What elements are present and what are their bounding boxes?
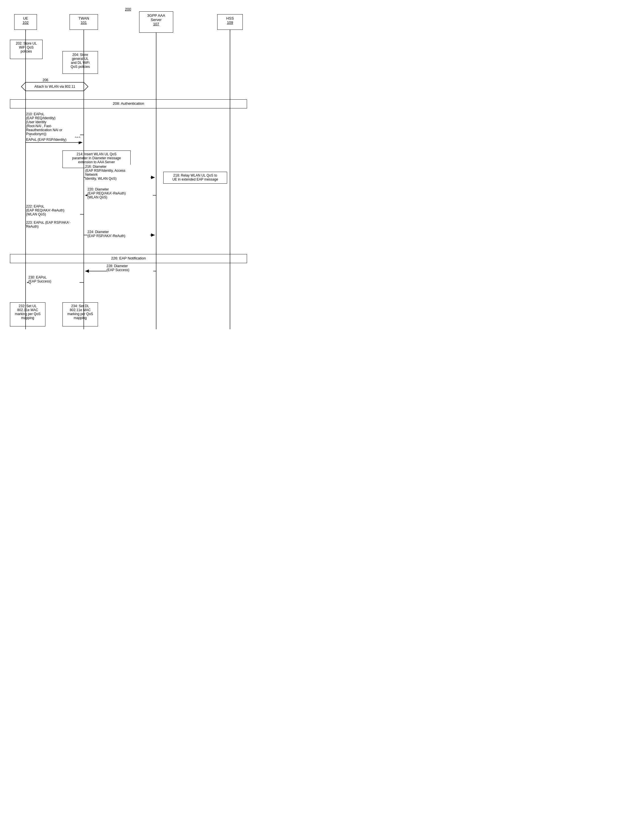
label-220: 220: Diameter(EAP REQ/AKA'-ReAuth)(WLAN …: [88, 187, 153, 199]
note-218: 218: Relay WLAN UL QoS toUE in extended …: [163, 172, 227, 184]
entity-hss: HSS 109: [217, 14, 243, 30]
label-eapol-rsp: EAPoL (EAP RSP/Identity): [26, 138, 80, 142]
label-224: 224: Diameter(EAP RSP/AKA'-ReAuth): [88, 230, 150, 238]
label-230: 230: EAPoL(EAP Success): [28, 275, 79, 283]
box-authentication: 208: Authentication: [10, 99, 247, 108]
entity-twan: TWAN 101: [70, 14, 98, 30]
box-eap-notification: 226: EAP Notification: [10, 254, 247, 263]
label-210: 210: EAPoL(EAP REQ/Identity)(User Identi…: [26, 112, 80, 136]
svg-marker-11: [151, 176, 155, 179]
entity-twan-number: 101: [72, 21, 96, 25]
label-223: 223: EAPoL (EAP RSP/AKA'-ReAuth): [26, 220, 83, 228]
svg-marker-21: [85, 269, 89, 273]
note-234: 234: Set DL802.11e MACmarking per QoSmap…: [62, 302, 98, 327]
note-232: 232: Set UL802.11e MACmarking per QoSmap…: [10, 302, 45, 327]
label-216: 216: Diameter(EAP RSP/Identity, AccessNe…: [85, 165, 151, 181]
entity-hss-label: HSS: [220, 16, 240, 21]
label-206: 206: [42, 78, 48, 82]
label-222: 222: EAPoL(EAP REQ/AKA'-ReAuth)(WLAN QoS…: [26, 204, 80, 216]
entity-hss-number: 109: [220, 21, 240, 25]
entity-ue-number: 102: [17, 21, 34, 25]
entity-aaa-number: 107: [142, 22, 171, 26]
entity-ue: UE 102: [14, 14, 37, 30]
note-204: 204: Storegeneral ULand DL WiFiQoS polic…: [62, 51, 98, 74]
svg-marker-19: [151, 233, 155, 237]
label-attach: Attach to WLAN via 802.11: [28, 84, 82, 89]
note-202: 202: Store ULWiFi QoSpolicies: [10, 40, 42, 59]
entity-aaa: 3GPP AAAServer 107: [139, 11, 173, 32]
label-228: 228: Diameter(EAP Success): [107, 264, 153, 272]
ref-200: 200: [125, 7, 131, 11]
entity-aaa-label: 3GPP AAAServer: [142, 13, 171, 22]
entity-ue-label: UE: [17, 16, 34, 21]
sequence-diagram: 200 UE 102 TWAN 101 3GPP AAAServer 107 H…: [6, 6, 250, 329]
entity-twan-label: TWAN: [72, 16, 96, 21]
